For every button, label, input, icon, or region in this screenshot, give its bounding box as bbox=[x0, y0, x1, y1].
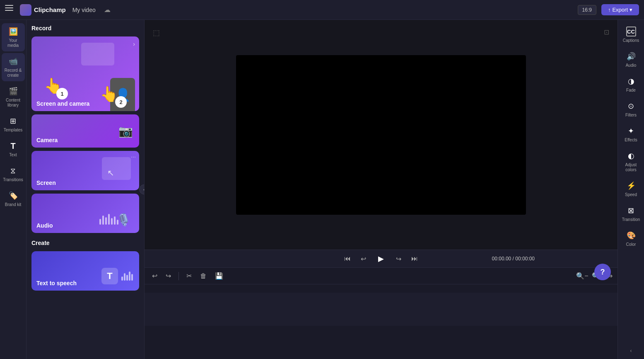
menu-icon[interactable] bbox=[5, 5, 15, 15]
create-section-title: Create bbox=[31, 240, 139, 246]
video-preview: ⬚ ⊡ bbox=[145, 20, 617, 250]
fade-icon: ◑ bbox=[626, 76, 636, 86]
color-icon: 🎨 bbox=[626, 230, 636, 240]
right-nav-audio[interactable]: 🔊 Audio bbox=[620, 48, 643, 71]
right-nav-label-adjust-colors: Adjust colors bbox=[621, 163, 641, 172]
playback-bar: ⏮ ↩ ▶ ↪ ⏭ 00:00.00 / 00:00:00 bbox=[145, 250, 617, 268]
right-nav-effects[interactable]: ✦ Effects bbox=[620, 123, 643, 146]
sidebar-item-transitions[interactable]: ⧖ Transitions bbox=[2, 163, 25, 186]
sidebar-item-label-text: Text bbox=[9, 153, 17, 158]
cut-button[interactable]: ✂ bbox=[184, 270, 194, 281]
audio-right-icon: 🔊 bbox=[626, 51, 636, 61]
sidebar-item-record[interactable]: 📹 Record & create bbox=[2, 53, 25, 81]
camera-card[interactable]: 📷 Camera bbox=[31, 114, 139, 148]
transition-icon: ⊠ bbox=[626, 206, 636, 216]
fullscreen-icon[interactable]: ⊡ bbox=[604, 28, 609, 36]
video-canvas bbox=[236, 55, 526, 215]
transitions-icon: ⧖ bbox=[8, 166, 18, 176]
delete-button[interactable]: 🗑 bbox=[198, 271, 209, 281]
sidebar-item-brand-kit[interactable]: 🏷️ Brand kit bbox=[2, 187, 25, 211]
redo-button[interactable]: ↪ bbox=[163, 270, 174, 281]
sidebar-item-templates[interactable]: ⊞ Templates bbox=[2, 113, 25, 136]
badge-1: 1 bbox=[56, 88, 68, 99]
right-nav-fade[interactable]: ◑ Fade bbox=[620, 73, 643, 96]
timecode-display: 00:00.00 / 00:00:00 bbox=[492, 256, 535, 262]
audio-card[interactable]: 🎙️ Audio bbox=[31, 194, 139, 233]
right-nav-label-fade: Fade bbox=[626, 88, 636, 93]
screen-card-decoration bbox=[102, 157, 131, 180]
right-nav-label-captions: Captions bbox=[623, 38, 639, 43]
templates-icon: ⊞ bbox=[8, 116, 18, 126]
screen-decoration bbox=[81, 43, 114, 65]
play-button[interactable]: ▶ bbox=[374, 252, 388, 265]
right-nav-filters[interactable]: ⊙ Filters bbox=[620, 98, 643, 121]
tts-t-icon: T bbox=[101, 268, 118, 284]
right-nav-adjust-colors[interactable]: ◐ Adjust colors bbox=[620, 148, 643, 176]
aspect-ratio-selector[interactable]: 16:9 bbox=[578, 5, 596, 15]
cloud-save-icon: ☁ bbox=[104, 6, 111, 14]
tts-card[interactable]: T Text to speech bbox=[31, 251, 139, 291]
effects-icon: ✦ bbox=[626, 126, 636, 136]
screen-card-dots: ⋯ bbox=[131, 154, 136, 160]
sidebar-item-your-media[interactable]: 🖼️ Your media bbox=[2, 23, 25, 51]
app-logo: Clipchamp bbox=[20, 4, 66, 16]
sidebar-item-label-brand-kit: Brand kit bbox=[5, 202, 21, 207]
export-chevron-icon: ▾ bbox=[630, 7, 632, 13]
screen-card-label: Screen bbox=[36, 180, 56, 186]
sidebar-item-label-your-media: Your media bbox=[3, 38, 23, 48]
center-area: ⬚ ⊡ ⏮ ↩ ▶ ↪ ⏭ 00:00.00 / 00:00:00 ↩ ↪ ✂ … bbox=[145, 20, 617, 359]
right-nav-label-transition: Transition bbox=[622, 217, 640, 222]
undo-button[interactable]: ↩ bbox=[150, 270, 160, 281]
record-icon: 📹 bbox=[8, 56, 18, 66]
right-nav-label-audio: Audio bbox=[626, 63, 637, 68]
right-panel-expand-icon[interactable]: ‹ bbox=[626, 346, 636, 356]
right-nav-transition[interactable]: ⊠ Transition bbox=[620, 202, 643, 226]
timeline bbox=[145, 284, 617, 359]
right-nav-label-color: Color bbox=[626, 242, 636, 247]
badge-2: 2 bbox=[115, 96, 127, 108]
record-section-title: Record bbox=[31, 25, 139, 32]
toolbar-divider-1 bbox=[178, 272, 179, 280]
tts-card-label: Text to speech bbox=[36, 280, 77, 286]
right-nav-label-filters: Filters bbox=[625, 113, 637, 118]
your-media-icon: 🖼️ bbox=[8, 27, 18, 36]
video-title[interactable]: My video bbox=[72, 7, 96, 13]
zoom-out-button[interactable]: 🔍− bbox=[576, 272, 588, 280]
tts-decoration: T bbox=[101, 268, 133, 284]
screen-camera-card[interactable]: 👤 👆 1 👆 2 › Screen and camera bbox=[31, 36, 139, 111]
sidebar-item-content[interactable]: 🎬 Content library bbox=[2, 83, 25, 111]
logo-icon bbox=[20, 4, 31, 16]
fast-forward-button[interactable]: ↪ bbox=[394, 253, 403, 264]
speed-icon: ⚡ bbox=[626, 181, 636, 191]
help-button[interactable]: ? bbox=[594, 264, 611, 280]
camera-card-icon: 📷 bbox=[118, 124, 133, 138]
captions-icon: CC bbox=[626, 27, 636, 36]
tts-waves bbox=[121, 272, 133, 281]
panel-collapse-button[interactable]: ‹ bbox=[139, 184, 145, 194]
right-nav-captions[interactable]: CC Captions bbox=[620, 23, 643, 46]
main-layout: 🖼️ Your media 📹 Record & create 🎬 Conten… bbox=[0, 20, 644, 359]
timeline-track-area bbox=[145, 293, 617, 326]
sidebar-item-label-content: Content library bbox=[3, 98, 23, 108]
sidebar-item-label-transitions: Transitions bbox=[3, 177, 23, 182]
adjust-colors-icon: ◐ bbox=[626, 151, 636, 161]
logo-text: Clipchamp bbox=[34, 6, 66, 13]
filters-icon: ⊙ bbox=[626, 101, 636, 111]
right-nav-label-speed: Speed bbox=[625, 192, 637, 197]
camera-card-label: Camera bbox=[36, 137, 58, 143]
sidebar-item-text[interactable]: T Text bbox=[2, 138, 25, 161]
export-button[interactable]: ↑ Export ▾ bbox=[601, 4, 639, 15]
text-icon: T bbox=[8, 141, 18, 151]
right-nav-color[interactable]: 🎨 Color bbox=[620, 227, 643, 250]
skip-forward-button[interactable]: ⏭ bbox=[410, 253, 420, 264]
rewind-button[interactable]: ↩ bbox=[359, 253, 368, 264]
sidebar-item-label-record: Record & create bbox=[3, 68, 23, 78]
save-button[interactable]: 💾 bbox=[212, 270, 226, 281]
topbar: Clipchamp My video ☁ 16:9 ↑ Export ▾ bbox=[0, 0, 644, 20]
brand-kit-icon: 🏷️ bbox=[8, 191, 18, 201]
record-panel: Record 👤 👆 1 👆 2 › Screen and camera 📷 C… bbox=[27, 20, 145, 359]
sidebar-item-label-templates: Templates bbox=[4, 128, 23, 133]
right-nav-speed[interactable]: ⚡ Speed bbox=[620, 177, 643, 201]
screen-card[interactable]: ↖ ⋯ Screen bbox=[31, 151, 139, 190]
skip-back-button[interactable]: ⏮ bbox=[343, 253, 352, 264]
